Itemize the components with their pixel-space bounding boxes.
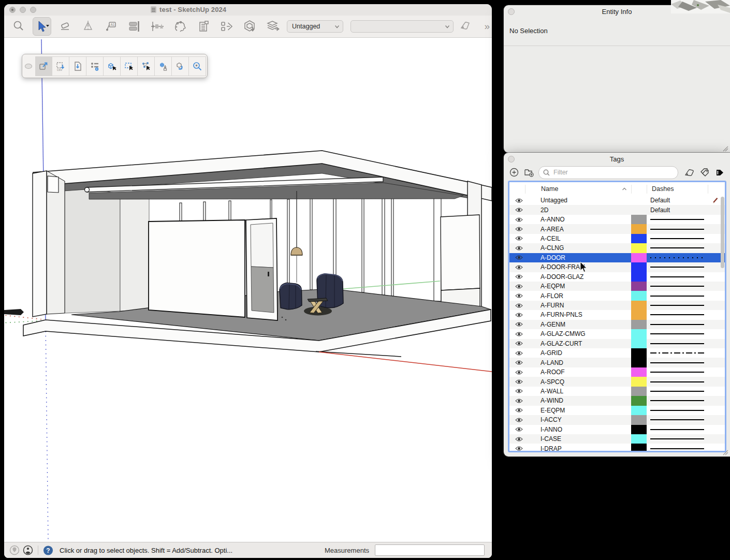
dashes-column-header[interactable]: Dashes (647, 185, 708, 194)
tag-visibility-toggle[interactable] (509, 415, 525, 424)
tag-dash-style[interactable] (647, 234, 708, 243)
tag-color-swatch[interactable] (631, 367, 647, 377)
tag-details-button[interactable] (714, 167, 725, 178)
dimension-tool-button[interactable] (148, 17, 167, 36)
tag-visibility-toggle[interactable] (509, 310, 525, 319)
tag-row-i-accy[interactable]: I-ACCY (509, 415, 725, 424)
label-tool-button[interactable]: A1 (102, 17, 121, 36)
tag-row-a-wind[interactable]: A-WIND (509, 396, 725, 405)
tag-color-swatch[interactable] (631, 329, 647, 338)
palette-select-component-button[interactable] (104, 56, 121, 76)
tag-dash-style[interactable] (647, 310, 708, 319)
tag-row-a-glaz-cmwg[interactable]: A-GLAZ-CMWG (509, 329, 725, 338)
tag-visibility-toggle[interactable] (509, 367, 525, 377)
tag-dash-style[interactable] (647, 262, 708, 272)
tag-row-a-clng[interactable]: A-CLNG (509, 243, 725, 253)
palette-select-bounds-button[interactable] (121, 56, 138, 76)
tag-filter-field[interactable] (538, 166, 678, 179)
tag-visibility-toggle[interactable] (509, 291, 525, 300)
tag-dash-style[interactable] (647, 224, 708, 233)
tag-visibility-toggle[interactable] (509, 205, 525, 214)
tag-color-swatch[interactable] (631, 320, 647, 329)
tag-dash-style[interactable] (647, 387, 708, 396)
tag-dash-style[interactable] (647, 253, 708, 262)
entity-info-close-button[interactable] (508, 8, 515, 15)
tag-dash-style[interactable] (647, 301, 708, 310)
tag-color-swatch[interactable] (631, 444, 647, 451)
tag-visibility-toggle[interactable] (509, 434, 525, 444)
tag-row-a-roof[interactable]: A-ROOF (509, 367, 725, 377)
tag-row-a-genm[interactable]: A-GENM (509, 320, 725, 329)
tag-color-swatch[interactable] (631, 377, 647, 386)
tag-dash-style[interactable] (647, 415, 708, 424)
tag-dash-style[interactable]: Default (647, 205, 708, 214)
tag-color-swatch[interactable] (631, 434, 647, 444)
tag-visibility-toggle[interactable] (509, 377, 525, 386)
secondary-dropdown[interactable] (351, 20, 453, 33)
position-character-tool-button[interactable] (171, 17, 191, 36)
tags-close-button[interactable] (508, 156, 515, 163)
help-button[interactable]: ? (43, 545, 53, 555)
tag-color-swatch[interactable] (631, 425, 647, 434)
tag-color-swatch[interactable] (631, 301, 647, 310)
tag-dash-style[interactable] (647, 396, 708, 405)
resize-handle[interactable] (722, 145, 728, 152)
tag-visibility-toggle[interactable] (509, 253, 525, 262)
tag-dash-style[interactable] (647, 282, 708, 291)
section-display-tool-button[interactable] (125, 17, 144, 36)
tag-visibility-toggle[interactable] (509, 243, 525, 253)
tag-color-swatch[interactable] (631, 224, 647, 233)
tag-row-e-eqpm[interactable]: E-EQPM (509, 406, 725, 415)
add-tag-folder-button[interactable] (523, 167, 535, 178)
cone-guide-tool-button[interactable] (79, 17, 98, 36)
tag-visibility-toggle[interactable] (509, 320, 525, 329)
tag-color-swatch[interactable] (631, 272, 647, 282)
tag-row-a-eqpm[interactable]: A-EQPM (509, 282, 725, 291)
tag-row-a-door-fram[interactable]: A-DOOR-FRAM (509, 262, 725, 272)
tag-row-a-spcq[interactable]: A-SPCQ (509, 377, 725, 386)
export-component-tool-button[interactable] (217, 17, 237, 36)
tag-visibility-toggle[interactable] (509, 425, 525, 434)
tag-row-a-door[interactable]: A-DOOR (509, 253, 725, 262)
tag-dash-style[interactable] (647, 367, 708, 377)
tag-dash-style[interactable] (647, 272, 708, 282)
tag-dash-style[interactable] (647, 348, 708, 358)
tag-color-swatch[interactable] (631, 205, 647, 214)
palette-close-button[interactable] (25, 64, 32, 69)
palette-select-linked-button[interactable] (138, 56, 155, 76)
tag-row-i-anno[interactable]: I-ANNO (509, 425, 725, 434)
tag-visibility-toggle[interactable] (509, 272, 525, 282)
tag-row-a-glaz-curt[interactable]: A-GLAZ-CURT (509, 339, 725, 348)
tag-row-a-grid[interactable]: A-GRID (509, 348, 725, 358)
palette-measure-component-button[interactable] (172, 56, 189, 76)
tag-row-a-wall[interactable]: A-WALL (509, 387, 725, 396)
tag-color-swatch[interactable] (631, 262, 647, 272)
tag-visibility-toggle[interactable] (509, 329, 525, 338)
tag-row-i-drap[interactable]: I-DRAP (509, 444, 725, 451)
tag-row-a-door-glaz[interactable]: A-DOOR-GLAZ (509, 272, 725, 282)
tag-visibility-toggle[interactable] (509, 282, 525, 291)
tag-color-swatch[interactable] (631, 243, 647, 253)
tag-row-i-case[interactable]: I-CASE (509, 434, 725, 444)
tag-dash-style[interactable] (647, 329, 708, 338)
tag-color-swatch[interactable] (631, 415, 647, 424)
tag-row-a-area[interactable]: A-AREA (509, 224, 725, 233)
tag-color-swatch[interactable] (631, 234, 647, 243)
tag-dash-style[interactable] (647, 444, 708, 451)
zoom-tool-button[interactable] (9, 17, 28, 36)
tag-color-swatch[interactable] (631, 396, 647, 405)
eraser-tool-button[interactable] (55, 17, 75, 36)
tag-row-a-land[interactable]: A-LAND (509, 358, 725, 367)
tag-color-swatch[interactable] (631, 406, 647, 415)
tag-row-a-anno[interactable]: A-ANNO (509, 215, 725, 224)
geolocation-button[interactable] (9, 545, 20, 555)
tag-visibility-toggle[interactable] (509, 301, 525, 310)
tag-visibility-toggle[interactable] (509, 339, 525, 348)
tags-stack-button[interactable] (699, 167, 710, 178)
active-tag-dropdown[interactable]: Untagged (287, 20, 343, 33)
tag-color-swatch[interactable] (631, 282, 647, 291)
share-layers-tool-button[interactable] (264, 17, 283, 36)
tag-color-swatch[interactable] (631, 215, 647, 224)
select-tool-button[interactable] (33, 17, 52, 36)
palette-organize-button[interactable] (86, 56, 104, 76)
